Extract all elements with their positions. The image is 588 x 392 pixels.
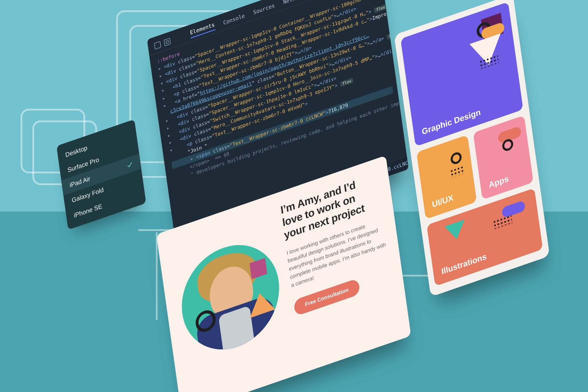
shape-triangle-icon	[445, 220, 467, 243]
device-option-label: iPad Air	[69, 175, 91, 189]
card-label: Graphic Design	[421, 107, 481, 137]
wireframe-line	[156, 232, 158, 320]
shape-dots-icon	[492, 214, 512, 229]
shape-ring-icon	[450, 151, 462, 165]
shape-pill-icon	[502, 200, 526, 218]
avatar	[176, 231, 286, 363]
card-apps[interactable]: Apps	[473, 115, 533, 200]
category-grid: Graphic Design UI/UX Apps Illustrations	[394, 0, 550, 297]
card-label: Illustrations	[441, 252, 487, 277]
card-label: UI/UX	[432, 193, 454, 210]
device-toggle-icon[interactable]	[164, 38, 171, 46]
tab-sources[interactable]: Sources	[253, 2, 275, 16]
portfolio-copy: I’m Amy, and I’d love to work on your ne…	[280, 171, 392, 316]
tab-console[interactable]: Console	[223, 12, 245, 26]
check-icon	[126, 160, 133, 169]
devtools-left-icons	[154, 38, 171, 49]
inspect-element-icon[interactable]	[154, 41, 161, 50]
card-label: Apps	[488, 174, 509, 190]
card-uiux[interactable]: UI/UX	[416, 135, 477, 219]
shape-dots-icon	[450, 165, 465, 178]
